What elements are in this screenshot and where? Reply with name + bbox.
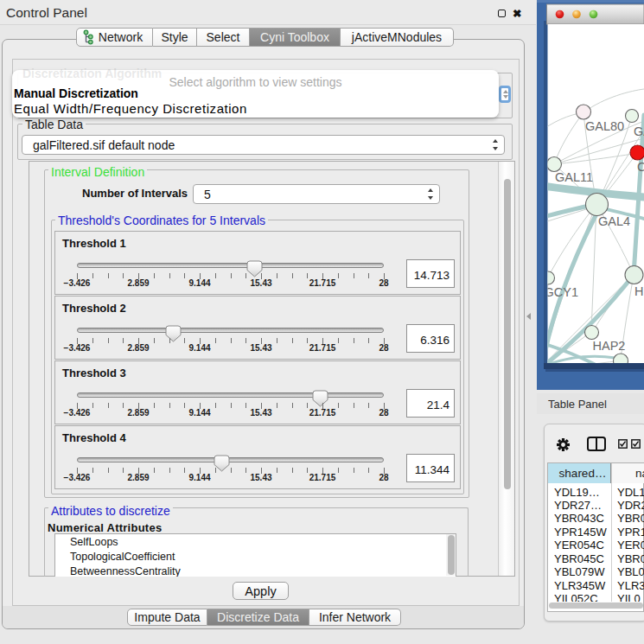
svg-text:GAL4: GAL4: [598, 214, 630, 228]
svg-text:C: C: [637, 160, 644, 174]
svg-text:GCY1: GCY1: [545, 285, 579, 299]
svg-text:GAL11: GAL11: [555, 170, 593, 184]
svg-text:H: H: [634, 284, 643, 298]
svg-text:HAP2: HAP2: [593, 339, 626, 353]
svg-text:GAL80: GAL80: [585, 119, 624, 133]
svg-text:GA: GA: [634, 124, 644, 138]
